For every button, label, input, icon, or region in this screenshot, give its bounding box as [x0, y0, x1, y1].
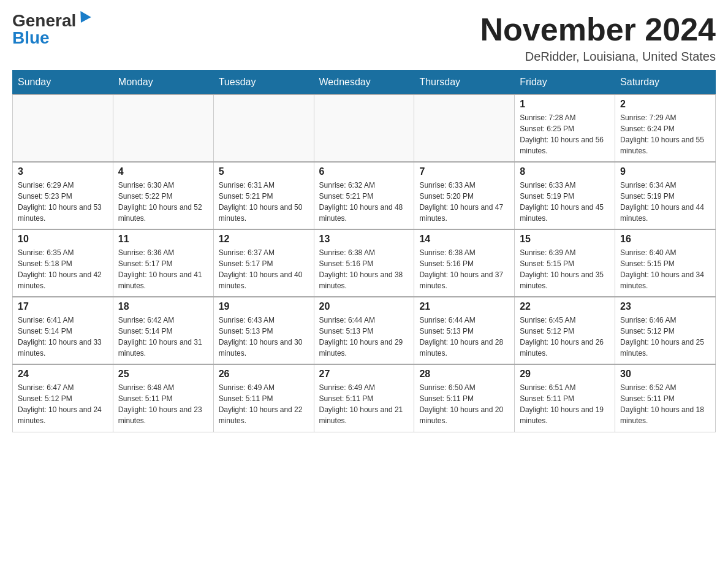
- day-number: 16: [620, 234, 710, 245]
- day-number: 11: [118, 234, 208, 245]
- day-info: Sunrise: 6:49 AM Sunset: 5:11 PM Dayligh…: [219, 382, 309, 426]
- week-row-1: 1Sunrise: 7:28 AM Sunset: 6:25 PM Daylig…: [13, 94, 716, 162]
- calendar-cell: 12Sunrise: 6:37 AM Sunset: 5:17 PM Dayli…: [213, 229, 314, 297]
- calendar-cell: 1Sunrise: 7:28 AM Sunset: 6:25 PM Daylig…: [515, 94, 615, 162]
- col-header-saturday: Saturday: [615, 71, 716, 95]
- page-title: November 2024: [480, 12, 716, 47]
- col-header-sunday: Sunday: [13, 71, 113, 95]
- day-number: 27: [319, 369, 409, 380]
- week-row-2: 3Sunrise: 6:29 AM Sunset: 5:23 PM Daylig…: [13, 162, 716, 229]
- calendar-cell: 10Sunrise: 6:35 AM Sunset: 5:18 PM Dayli…: [13, 229, 113, 297]
- day-info: Sunrise: 6:45 AM Sunset: 5:12 PM Dayligh…: [520, 315, 610, 359]
- calendar-cell: 19Sunrise: 6:43 AM Sunset: 5:13 PM Dayli…: [213, 297, 314, 364]
- col-header-thursday: Thursday: [414, 71, 515, 95]
- day-info: Sunrise: 6:37 AM Sunset: 5:17 PM Dayligh…: [219, 247, 309, 291]
- col-header-friday: Friday: [515, 71, 615, 95]
- day-number: 21: [419, 301, 509, 312]
- col-header-wednesday: Wednesday: [314, 71, 414, 95]
- day-info: Sunrise: 7:28 AM Sunset: 6:25 PM Dayligh…: [520, 112, 610, 156]
- calendar-cell: 30Sunrise: 6:52 AM Sunset: 5:11 PM Dayli…: [615, 364, 716, 432]
- calendar-cell: 8Sunrise: 6:33 AM Sunset: 5:19 PM Daylig…: [515, 162, 615, 229]
- day-info: Sunrise: 6:31 AM Sunset: 5:21 PM Dayligh…: [219, 180, 309, 224]
- calendar-cell: [13, 94, 113, 162]
- col-header-monday: Monday: [113, 71, 213, 95]
- calendar-cell: [113, 94, 213, 162]
- day-info: Sunrise: 6:38 AM Sunset: 5:16 PM Dayligh…: [419, 247, 509, 291]
- calendar-cell: [414, 94, 515, 162]
- week-row-3: 10Sunrise: 6:35 AM Sunset: 5:18 PM Dayli…: [13, 229, 716, 297]
- day-number: 23: [620, 301, 710, 312]
- calendar-cell: 24Sunrise: 6:47 AM Sunset: 5:12 PM Dayli…: [13, 364, 113, 432]
- day-number: 13: [319, 234, 409, 245]
- day-number: 25: [118, 369, 208, 380]
- day-number: 7: [419, 166, 509, 177]
- day-info: Sunrise: 6:30 AM Sunset: 5:22 PM Dayligh…: [118, 180, 208, 224]
- calendar-cell: 7Sunrise: 6:33 AM Sunset: 5:20 PM Daylig…: [414, 162, 515, 229]
- day-info: Sunrise: 6:44 AM Sunset: 5:13 PM Dayligh…: [319, 315, 409, 359]
- calendar-cell: 28Sunrise: 6:50 AM Sunset: 5:11 PM Dayli…: [414, 364, 515, 432]
- day-number: 10: [18, 234, 108, 245]
- day-number: 15: [520, 234, 610, 245]
- calendar-cell: 11Sunrise: 6:36 AM Sunset: 5:17 PM Dayli…: [113, 229, 213, 297]
- calendar-cell: 3Sunrise: 6:29 AM Sunset: 5:23 PM Daylig…: [13, 162, 113, 229]
- calendar-cell: 14Sunrise: 6:38 AM Sunset: 5:16 PM Dayli…: [414, 229, 515, 297]
- day-info: Sunrise: 7:29 AM Sunset: 6:24 PM Dayligh…: [620, 112, 710, 156]
- calendar-cell: 20Sunrise: 6:44 AM Sunset: 5:13 PM Dayli…: [314, 297, 414, 364]
- day-info: Sunrise: 6:49 AM Sunset: 5:11 PM Dayligh…: [319, 382, 409, 426]
- page-header: General Blue November 2024 DeRidder, Lou…: [12, 12, 716, 64]
- calendar-cell: 5Sunrise: 6:31 AM Sunset: 5:21 PM Daylig…: [213, 162, 314, 229]
- day-info: Sunrise: 6:52 AM Sunset: 5:11 PM Dayligh…: [620, 382, 710, 426]
- day-info: Sunrise: 6:48 AM Sunset: 5:11 PM Dayligh…: [118, 382, 208, 426]
- calendar-cell: 25Sunrise: 6:48 AM Sunset: 5:11 PM Dayli…: [113, 364, 213, 432]
- logo: General Blue: [12, 12, 89, 47]
- week-row-5: 24Sunrise: 6:47 AM Sunset: 5:12 PM Dayli…: [13, 364, 716, 432]
- logo-general-text: General: [12, 12, 76, 29]
- day-number: 12: [219, 234, 309, 245]
- day-number: 17: [18, 301, 108, 312]
- day-info: Sunrise: 6:41 AM Sunset: 5:14 PM Dayligh…: [18, 315, 108, 359]
- week-row-4: 17Sunrise: 6:41 AM Sunset: 5:14 PM Dayli…: [13, 297, 716, 364]
- day-info: Sunrise: 6:51 AM Sunset: 5:11 PM Dayligh…: [520, 382, 610, 426]
- day-info: Sunrise: 6:42 AM Sunset: 5:14 PM Dayligh…: [118, 315, 208, 359]
- day-number: 28: [419, 369, 509, 380]
- day-number: 24: [18, 369, 108, 380]
- day-number: 14: [419, 234, 509, 245]
- title-block: November 2024 DeRidder, Louisiana, Unite…: [480, 12, 716, 64]
- calendar-cell: 15Sunrise: 6:39 AM Sunset: 5:15 PM Dayli…: [515, 229, 615, 297]
- day-info: Sunrise: 6:33 AM Sunset: 5:19 PM Dayligh…: [520, 180, 610, 224]
- day-info: Sunrise: 6:46 AM Sunset: 5:12 PM Dayligh…: [620, 315, 710, 359]
- day-number: 30: [620, 369, 710, 380]
- calendar-cell: 4Sunrise: 6:30 AM Sunset: 5:22 PM Daylig…: [113, 162, 213, 229]
- day-info: Sunrise: 6:40 AM Sunset: 5:15 PM Dayligh…: [620, 247, 710, 291]
- calendar-table: SundayMondayTuesdayWednesdayThursdayFrid…: [12, 70, 716, 432]
- day-number: 29: [520, 369, 610, 380]
- col-header-tuesday: Tuesday: [213, 71, 314, 95]
- calendar-cell: 9Sunrise: 6:34 AM Sunset: 5:19 PM Daylig…: [615, 162, 716, 229]
- day-info: Sunrise: 6:44 AM Sunset: 5:13 PM Dayligh…: [419, 315, 509, 359]
- logo-blue-text: Blue: [12, 29, 50, 47]
- subtitle: DeRidder, Louisiana, United States: [480, 50, 716, 64]
- day-number: 18: [118, 301, 208, 312]
- day-number: 26: [219, 369, 309, 380]
- calendar-cell: [314, 94, 414, 162]
- day-info: Sunrise: 6:47 AM Sunset: 5:12 PM Dayligh…: [18, 382, 108, 426]
- day-info: Sunrise: 6:43 AM Sunset: 5:13 PM Dayligh…: [219, 315, 309, 359]
- day-number: 9: [620, 166, 710, 177]
- day-info: Sunrise: 6:36 AM Sunset: 5:17 PM Dayligh…: [118, 247, 208, 291]
- calendar-cell: 29Sunrise: 6:51 AM Sunset: 5:11 PM Dayli…: [515, 364, 615, 432]
- calendar-header-row: SundayMondayTuesdayWednesdayThursdayFrid…: [13, 71, 716, 95]
- day-number: 22: [520, 301, 610, 312]
- day-number: 20: [319, 301, 409, 312]
- day-number: 5: [219, 166, 309, 177]
- calendar-cell: 21Sunrise: 6:44 AM Sunset: 5:13 PM Dayli…: [414, 297, 515, 364]
- calendar-cell: 16Sunrise: 6:40 AM Sunset: 5:15 PM Dayli…: [615, 229, 716, 297]
- day-info: Sunrise: 6:34 AM Sunset: 5:19 PM Dayligh…: [620, 180, 710, 224]
- calendar-cell: 18Sunrise: 6:42 AM Sunset: 5:14 PM Dayli…: [113, 297, 213, 364]
- day-info: Sunrise: 6:39 AM Sunset: 5:15 PM Dayligh…: [520, 247, 610, 291]
- logo-arrow-icon: [76, 11, 91, 26]
- day-number: 3: [18, 166, 108, 177]
- day-number: 1: [520, 99, 610, 110]
- calendar-cell: 26Sunrise: 6:49 AM Sunset: 5:11 PM Dayli…: [213, 364, 314, 432]
- calendar-cell: 6Sunrise: 6:32 AM Sunset: 5:21 PM Daylig…: [314, 162, 414, 229]
- day-number: 4: [118, 166, 208, 177]
